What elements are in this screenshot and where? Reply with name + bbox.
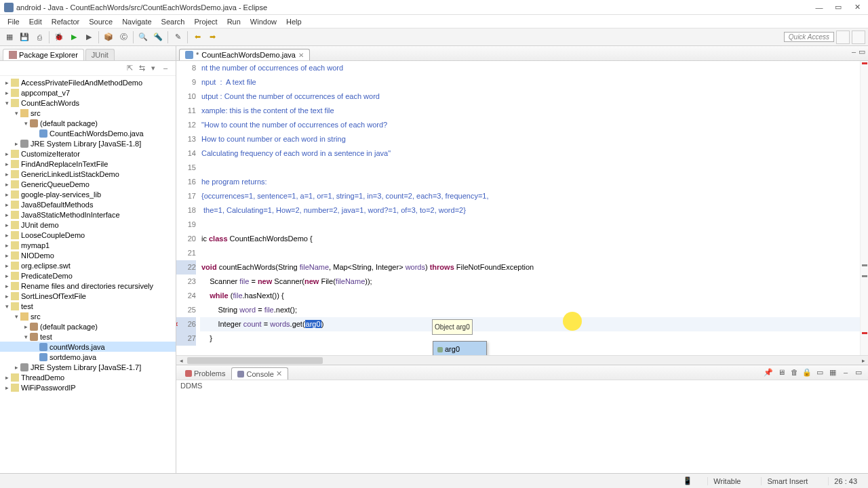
tree-item[interactable]: ▸JRE System Library [JavaSE-1.8] xyxy=(0,138,176,148)
save-all-button[interactable]: ⎙ xyxy=(33,30,46,44)
console-max-icon[interactable]: ▭ xyxy=(853,367,864,378)
menu-source[interactable]: Source xyxy=(84,16,117,27)
maximize-button[interactable]: ▭ xyxy=(829,1,848,14)
line-number-gutter[interactable]: 89101112131415161718192021222324252627 xyxy=(176,61,200,355)
new-button[interactable]: ▦ xyxy=(3,30,16,44)
horizontal-scrollbar[interactable]: ◂ ▸ xyxy=(176,355,868,365)
ruler-mark[interactable] xyxy=(862,275,867,277)
menu-refactor[interactable]: Refactor xyxy=(47,16,85,27)
editor-tab-counteachwords[interactable]: *CountEachWordsDemo.java ✕ xyxy=(179,49,310,60)
minimize-view-icon[interactable]: – xyxy=(163,64,173,73)
code-completion-popup[interactable]: arg0wordfilewordsfileNamegetClass()null xyxy=(433,341,487,355)
tab-problems[interactable]: Problems xyxy=(179,367,231,380)
console-display-icon[interactable]: 🖥 xyxy=(776,367,787,378)
menu-run[interactable]: Run xyxy=(222,16,245,27)
close-button[interactable]: ✕ xyxy=(848,1,867,14)
tree-item[interactable]: ▸ThreadDemo xyxy=(0,372,176,382)
tab-console[interactable]: Console ✕ xyxy=(231,367,288,380)
toggle-mark-button[interactable]: ✎ xyxy=(171,30,184,44)
tab-label: Console xyxy=(246,370,273,378)
console-open-icon[interactable]: ▭ xyxy=(814,367,825,378)
tree-item[interactable]: ▾CountEachWords xyxy=(0,98,176,108)
tab-close-icon[interactable]: ✕ xyxy=(298,52,304,59)
console-pin-icon[interactable]: 📌 xyxy=(763,367,774,378)
tree-item[interactable]: ▸GenericQueueDemo xyxy=(0,179,176,189)
status-insert-mode: Smart Insert xyxy=(761,477,813,485)
editor-maximize-icon[interactable]: ▭ xyxy=(859,47,865,56)
scroll-right-arrow[interactable]: ▸ xyxy=(859,356,868,365)
console-min-icon[interactable]: – xyxy=(840,367,851,378)
status-writable: Writable xyxy=(707,477,746,485)
tree-item[interactable]: CountEachWordsDemo.java xyxy=(0,128,176,138)
forward-button[interactable]: ➡ xyxy=(205,30,219,44)
tree-item[interactable]: ▾src xyxy=(0,108,176,118)
menu-project[interactable]: Project xyxy=(189,16,222,27)
menu-file[interactable]: File xyxy=(3,16,24,27)
link-editor-icon[interactable]: ⇆ xyxy=(139,64,149,73)
ruler-error-mark[interactable] xyxy=(862,62,867,64)
tree-item[interactable]: ▸org.eclipse.swt xyxy=(0,260,176,270)
console-new-icon[interactable]: ▦ xyxy=(827,367,838,378)
new-package-button[interactable]: 📦 xyxy=(102,30,115,44)
scroll-left-arrow[interactable]: ◂ xyxy=(176,356,186,365)
debug-button[interactable]: 🐞 xyxy=(52,30,66,44)
tree-item[interactable]: ▾(default package) xyxy=(0,118,176,128)
tree-item[interactable]: ▸NIODemo xyxy=(0,250,176,260)
tree-item[interactable]: ▸mymap1 xyxy=(0,240,176,250)
quick-access-input[interactable]: Quick Access xyxy=(784,32,834,42)
completion-item[interactable]: arg0 xyxy=(433,342,486,355)
menu-help[interactable]: Help xyxy=(281,16,307,27)
project-tree[interactable]: ▸AccessPrivateFiledAndMethodDemo▸appcomp… xyxy=(0,76,176,473)
perspective-ddms[interactable] xyxy=(852,30,865,44)
tree-item[interactable]: ▸PredicateDemo xyxy=(0,270,176,281)
tree-item[interactable]: ▾test xyxy=(0,331,176,342)
menu-edit[interactable]: Edit xyxy=(24,16,47,27)
java-file-icon xyxy=(185,51,193,59)
tab-junit[interactable]: JUnit xyxy=(85,49,115,60)
ruler-error-mark[interactable] xyxy=(862,332,867,334)
tree-item[interactable]: ▸JRE System Library [JavaSE-1.7] xyxy=(0,362,176,372)
menu-window[interactable]: Window xyxy=(245,16,281,27)
perspective-java[interactable] xyxy=(836,30,850,44)
menu-navigate[interactable]: Navigate xyxy=(117,16,156,27)
save-button[interactable]: 💾 xyxy=(18,30,31,44)
tab-close-icon[interactable]: ✕ xyxy=(276,369,282,378)
console-scroll-lock-icon[interactable]: 🔒 xyxy=(802,367,812,378)
run-button[interactable]: ▶ xyxy=(67,30,81,44)
tree-item[interactable]: ▸Rename files and directories recursivel… xyxy=(0,281,176,291)
package-explorer-panel: Package Explorer JUnit ⇱ ⇆ ▾ – ▸AccessPr… xyxy=(0,46,176,473)
editor-minimize-icon[interactable]: – xyxy=(852,47,856,56)
tree-item[interactable]: ▸Java8StaticMethodInInterface xyxy=(0,209,176,220)
overview-ruler[interactable] xyxy=(860,61,868,355)
tree-item[interactable]: ▸Java8DefaultMethods xyxy=(0,199,176,209)
tree-item[interactable]: ▸appcompat_v7 xyxy=(0,87,176,98)
menu-search[interactable]: Search xyxy=(157,16,190,27)
tree-item[interactable]: ▸JUnit demo xyxy=(0,220,176,230)
tree-item[interactable]: ▸LooseCoupleDemo xyxy=(0,230,176,240)
ruler-mark[interactable] xyxy=(862,264,867,266)
tree-item[interactable]: sortdemo.java xyxy=(0,352,176,362)
code-editor[interactable]: nt the number of occurrences of each wor… xyxy=(200,61,868,355)
tree-item[interactable]: ▸WiFiPasswordIP xyxy=(0,382,176,392)
view-menu-icon[interactable]: ▾ xyxy=(151,64,161,73)
tab-package-explorer[interactable]: Package Explorer xyxy=(3,49,84,60)
tree-item[interactable]: ▸SortLinesOfTextFile xyxy=(0,291,176,301)
new-class-button[interactable]: Ⓒ xyxy=(117,30,130,44)
tree-item[interactable]: ▾test xyxy=(0,301,176,311)
collapse-all-icon[interactable]: ⇱ xyxy=(127,64,136,73)
tree-item[interactable]: ▸GenericLinkedListStackDemo xyxy=(0,169,176,179)
tree-item[interactable]: ▸FindAndReplaceInTextFile xyxy=(0,159,176,169)
status-android-icon[interactable]: 📱 xyxy=(683,476,692,485)
tree-item[interactable]: countWords.java xyxy=(0,342,176,352)
console-clear-icon[interactable]: 🗑 xyxy=(789,367,800,378)
open-type-button[interactable]: 🔍 xyxy=(136,30,150,44)
tree-item[interactable]: ▸AccessPrivateFiledAndMethodDemo xyxy=(0,77,176,87)
tree-item[interactable]: ▸google-play-services_lib xyxy=(0,189,176,199)
run-ext-button[interactable]: ▶ xyxy=(82,30,96,44)
tree-item[interactable]: ▸(default package) xyxy=(0,321,176,331)
tree-item[interactable]: ▸CustomizeIterator xyxy=(0,148,176,159)
back-button[interactable]: ⬅ xyxy=(191,30,204,44)
tree-item[interactable]: ▾src xyxy=(0,311,176,321)
search-button[interactable]: 🔦 xyxy=(151,30,165,44)
minimize-button[interactable]: — xyxy=(810,1,829,14)
